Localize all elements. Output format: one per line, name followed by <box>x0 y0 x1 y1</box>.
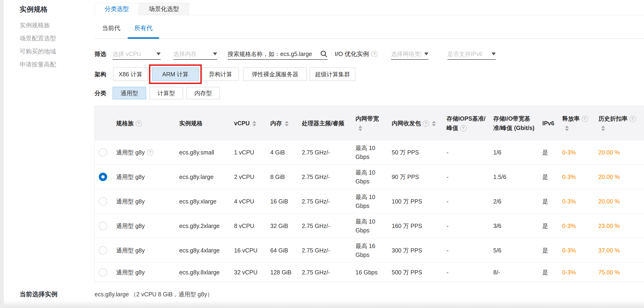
col-header-discount[interactable]: 历史折扣率? <box>593 106 644 140</box>
arch-option-x86[interactable]: X86 计算 <box>113 67 148 81</box>
tab-category-selection[interactable]: 分类选型 <box>94 3 139 15</box>
chevron-down-icon <box>424 52 428 55</box>
table-row[interactable]: 通用型 g8yecs.g8y.4xlarge16 vCPU64 GiB2.75 … <box>95 238 644 263</box>
help-icon[interactable]: ? <box>460 125 466 131</box>
help-icon[interactable]: ? <box>582 116 588 122</box>
table-row[interactable]: 通用型 g8y?ecs.g8y.small1 vCPU4 GiB2.75 GHz… <box>95 140 644 165</box>
sort-icon[interactable] <box>601 126 605 131</box>
arch-option-heterogeneous[interactable]: 异构计算 <box>202 67 239 81</box>
tab-current-generation[interactable]: 当前代 <box>96 24 127 39</box>
col-header-freq: 处理器主频/睿频 <box>297 106 350 140</box>
arch-option-super-computing[interactable]: 超级计算集群 <box>310 67 356 81</box>
sort-icon[interactable] <box>285 121 288 126</box>
category-option-memory[interactable]: 内存型 <box>186 87 220 99</box>
row-radio[interactable] <box>99 268 107 277</box>
network-type-select[interactable]: 选择网络类型 <box>391 48 428 60</box>
cell-discount: 20.00 % <box>593 165 644 189</box>
cell-io_bandwidth: 5/6 <box>488 238 537 263</box>
col-header-pps[interactable]: 内网收发包? <box>387 106 442 140</box>
cell-freq: 2.75 GHz/- <box>297 140 350 165</box>
table-row[interactable]: 通用型 g8yecs.g8y.xlarge4 vCPU16 GiB2.75 GH… <box>95 189 644 214</box>
cell-discount: 23.00 % <box>593 214 644 238</box>
col-header-release_rate[interactable]: 释放率? <box>557 106 593 140</box>
current-selection-value: ecs.g8y.large （2 vCPU 8 GiB，通用型 g8y） <box>94 291 213 298</box>
category-option-compute[interactable]: 计算型 <box>150 87 183 99</box>
cell-ipv6: 是 <box>537 140 557 165</box>
tab-all-generations[interactable]: 所有代 <box>128 24 159 39</box>
col-label: 规格族 <box>116 120 134 126</box>
col-header-vcpu[interactable]: vCPU <box>229 106 265 140</box>
cell-ipv6: 是 <box>537 238 557 263</box>
ipv6-select[interactable]: 是否支持IPv6 <box>448 48 496 60</box>
arch-option-bare-metal[interactable]: 弹性裸金属服务器 <box>243 67 307 81</box>
cell-spec: ecs.g8y.4xlarge <box>174 238 229 263</box>
cell-memory: 128 GiB <box>265 263 297 282</box>
cell-memory: 8 GiB <box>265 165 297 189</box>
current-selection-label: 当前选择实例 <box>20 290 58 299</box>
family-name: 通用型 g8y <box>116 172 145 181</box>
col-header-family: 规格族? <box>111 106 174 140</box>
cell-ipv6: 是 <box>537 263 557 282</box>
sidebar-item-scenario-config[interactable]: 场景配置选型 <box>20 34 56 42</box>
sidebar-item-payg-upgrade[interactable]: 申请按量高配 <box>20 60 56 69</box>
cell-bandwidth: 16 Gbps <box>350 263 387 282</box>
cell-io_bandwidth: 8/- <box>488 263 537 282</box>
cell-pps: 50 万 PPS <box>387 140 442 165</box>
sidebar-item-instance-families[interactable]: 实例规格族 <box>20 21 56 29</box>
view-tabs: 分类选型 场景化选型 <box>94 3 644 15</box>
category-option-general[interactable]: 通用型 <box>112 87 146 99</box>
row-radio-selected[interactable] <box>99 173 107 181</box>
col-label: 实例规格 <box>179 120 203 126</box>
cell-family: 通用型 g8y <box>111 165 174 189</box>
help-icon[interactable]: ? <box>630 116 636 122</box>
architecture-label: 架构 <box>94 68 106 80</box>
vcpu-select[interactable]: 选择 vCPU <box>112 48 161 60</box>
cell-freq: 2.75 GHz/- <box>297 238 350 263</box>
arch-option-arm[interactable]: ARM 计算 <box>152 67 199 81</box>
table-row[interactable]: 通用型 g8yecs.g8y.2xlarge8 vCPU32 GiB2.75 G… <box>95 214 644 238</box>
cell-radio <box>95 214 111 238</box>
sort-icon[interactable] <box>565 126 569 131</box>
bottom-fade <box>4 300 644 308</box>
table-body: 通用型 g8y?ecs.g8y.small1 vCPU4 GiB2.75 GHz… <box>95 140 644 282</box>
help-icon[interactable]: ? <box>423 120 429 127</box>
row-radio[interactable] <box>99 148 107 157</box>
sort-icon[interactable] <box>432 121 436 126</box>
cell-release_rate: 0-3% <box>557 263 593 282</box>
cell-spec: ecs.g8y.small <box>174 140 229 165</box>
memory-select[interactable]: 选择内存 <box>173 48 217 60</box>
sort-icon[interactable] <box>252 121 256 126</box>
architecture-row: 架构 X86 计算 ARM 计算 异构计算 弹性裸金属服务器 超级计算集群 <box>94 67 644 81</box>
instance-table: 规格族?实例规格vCPU内存处理器主频/睿频内网带宽内网收发包?存储IOPS基准… <box>94 106 644 282</box>
vcpu-select-placeholder: 选择 vCPU <box>112 50 141 58</box>
io-optimized-label: I/O 优化实例 <box>335 50 369 58</box>
sort-icon[interactable] <box>358 126 362 131</box>
help-icon[interactable]: ? <box>147 149 154 156</box>
cell-vcpu: 4 vCPU <box>229 189 265 214</box>
cell-io_bandwidth: 2/6 <box>488 189 537 214</box>
tab-label: 场景化选型 <box>149 5 179 13</box>
search-icon[interactable] <box>320 50 328 58</box>
io-optimized-filter: I/O 优化实例 ? <box>335 50 378 58</box>
table-header-row: 规格族?实例规格vCPU内存处理器主频/睿频内网带宽内网收发包?存储IOPS基准… <box>95 106 644 140</box>
tab-scenario-selection[interactable]: 场景化选型 <box>139 3 189 15</box>
col-header-radio <box>95 106 111 140</box>
chevron-down-icon <box>213 52 217 55</box>
col-header-bandwidth[interactable]: 内网带宽 <box>350 106 387 140</box>
col-label: 内网收发包 <box>392 120 421 126</box>
help-icon[interactable]: ? <box>136 120 142 127</box>
spec-search-input[interactable]: 搜索规格名称，如：ecs.g5.large <box>228 48 328 60</box>
help-icon[interactable]: ? <box>371 51 378 57</box>
cell-pps: 500 万 PPS <box>387 263 442 282</box>
row-radio[interactable] <box>99 197 107 206</box>
row-radio[interactable] <box>99 246 107 255</box>
row-radio[interactable] <box>99 222 107 230</box>
col-header-memory[interactable]: 内存 <box>265 106 297 140</box>
cell-family: 通用型 g8y <box>111 214 174 238</box>
table-row[interactable]: 通用型 g8yecs.g8y.large2 vCPU8 GiB2.75 GHz/… <box>95 165 644 189</box>
sidebar-item-purchasable-regions[interactable]: 可购买的地域 <box>20 47 56 55</box>
cell-radio <box>95 165 111 189</box>
table-row[interactable]: 通用型 g8yecs.g8y.8xlarge32 vCPU128 GiB2.75… <box>95 263 644 282</box>
page-left-gutter <box>0 0 4 308</box>
spec-search-placeholder: 搜索规格名称，如：ecs.g5.large <box>228 50 312 58</box>
